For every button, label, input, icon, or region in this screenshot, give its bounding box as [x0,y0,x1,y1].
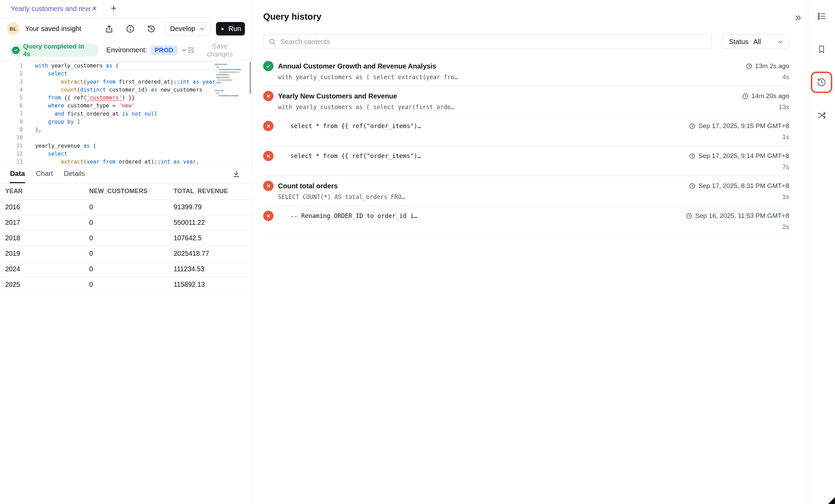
tab-yearly-customers-and-revenue[interactable]: Yearly customers and revenue × [0,0,103,18]
minimap-mark [226,64,227,65]
code-line[interactable]: yearly_revenue as ( [35,142,217,150]
collapse-panel-button[interactable] [794,14,802,22]
minimap-line [215,71,245,74]
minimap-mark [239,69,241,70]
info-button[interactable] [124,23,136,35]
code-line[interactable]: from {{ ref('customers') }} [35,94,217,102]
environment-select[interactable]: Environment: PROD [106,45,187,55]
history-item-duration: 1s [782,133,789,141]
download-results-button[interactable] [230,168,242,180]
code-area[interactable]: with yearly_customers as ( select extrac… [35,62,217,164]
environment-label: Environment: [106,46,147,54]
sql-editor[interactable]: 12345678910111213 with yearly_customers … [0,61,252,164]
code-token: distinct [80,87,109,93]
code-token: extract [61,159,83,164]
code-token: yearly_customers [51,63,106,69]
history-item-main-row: Yearly New Customers and Revenue14m 20s … [263,91,789,101]
code-token: int [161,159,173,164]
query-queue-button[interactable] [813,8,830,24]
code-token: is not null [122,111,157,117]
history-item-detail-row: 2s [263,223,789,231]
line-number: 7 [0,110,23,118]
run-button[interactable]: Run [216,22,245,35]
history-item-main-row: -- Renaming ORDER_ID to order_id i…Sep 1… [263,211,789,221]
code-token: extract [61,79,83,85]
close-tab-icon[interactable]: × [91,4,98,13]
clock-icon [686,213,692,219]
minimap-mark [219,74,222,75]
results-tab-bar: DataChartDetails [0,164,252,183]
line-number: 10 [0,134,23,142]
code-line[interactable]: select [35,70,217,78]
code-line[interactable]: group by 1 [35,118,217,126]
results-tab-data[interactable]: Data [10,164,25,183]
table-cell: 2018 [0,230,84,246]
success-check-icon [263,61,274,71]
code-line[interactable]: where customer_type = 'new' [35,102,217,110]
share-button[interactable] [103,23,115,35]
minimap-line [215,63,245,66]
search-input[interactable] [280,38,707,46]
editor-minimap[interactable] [215,63,245,97]
code-line[interactable]: count(distinct customer_id) as new_custo… [35,86,217,94]
results-tab-details[interactable]: Details [63,164,85,183]
minimap-line [215,79,245,82]
bookmarks-button[interactable] [813,41,830,57]
query-history-button[interactable] [813,74,830,91]
editor-scrollbar-thumb[interactable] [250,62,251,94]
code-line[interactable]: extract(year from first_ordered_at)::int… [35,78,217,86]
query-status-badge: Query completed in 4s [9,44,99,57]
minimap-mark [218,72,221,73]
save-icon [187,46,195,54]
new-tab-button[interactable]: + [107,0,121,18]
save-changes-button[interactable]: Save changes [187,42,241,58]
develop-button[interactable]: Develop [165,22,210,35]
history-item-detail-row: with yearly_customers as ( select year(f… [263,103,789,111]
lineage-button[interactable] [813,107,830,124]
code-line[interactable]: ), [35,126,217,134]
table-row: 201902025418.77 [0,246,252,261]
clock-icon [689,123,695,129]
status-filter-button[interactable]: Status All [722,34,789,49]
code-token: ( [93,143,96,149]
table-cell: 2019 [0,246,84,261]
code-line[interactable]: extract(year from ordered_at)::int as ye… [35,158,217,164]
results-tab-chart[interactable]: Chart [35,164,53,183]
code-token: from [48,95,64,101]
history-item[interactable]: Annual Customer Growth and Revenue Analy… [263,56,789,86]
history-item[interactable]: select * from {{ ref("order_items")…Sep … [263,116,789,146]
minimap-line [215,76,245,79]
code-token [35,95,48,101]
avatar: BL [7,22,20,35]
version-history-button[interactable] [145,23,157,35]
table-row: 20240111234.53 [0,261,252,277]
code-token: ( [77,87,80,93]
minimap-mark [227,95,232,96]
code-line[interactable]: and first_ordered_at is not null [35,110,217,118]
lineage-icon [816,110,827,120]
history-item-detail-row: SELECT COUNT(*) AS total_orders FRO…1s [263,193,789,201]
history-item[interactable]: Yearly New Customers and Revenue14m 20s … [263,86,789,116]
history-item-duration: 2s [782,223,789,231]
minimap-mark [225,69,227,70]
history-item[interactable]: select * from {{ ref("order_items")…Sep … [263,146,789,176]
code-token [35,87,61,93]
history-item-main-row: Count total ordersSep 17, 2025, 8:31 PM … [263,181,789,191]
minimap-mark [219,80,227,81]
code-line[interactable] [35,134,217,142]
code-token: year [183,159,196,164]
code-token: count [61,87,77,93]
minimap-mark [218,95,221,96]
history-item[interactable]: Count total ordersSep 17, 2025, 8:31 PM … [263,176,789,206]
code-line[interactable]: select [35,150,217,158]
table-cell: 2016 [0,199,84,215]
code-token: as [106,63,115,69]
success-check-icon [12,46,20,54]
history-item[interactable]: -- Renaming ORDER_ID to order_id i…Sep 1… [263,206,789,236]
code-token: year [86,159,103,164]
search-box[interactable] [263,34,712,49]
right-icon-rail [808,0,835,504]
minimap-mark [220,82,221,83]
code-line[interactable]: with yearly_customers as ( [35,62,217,70]
error-x-icon [263,121,274,131]
